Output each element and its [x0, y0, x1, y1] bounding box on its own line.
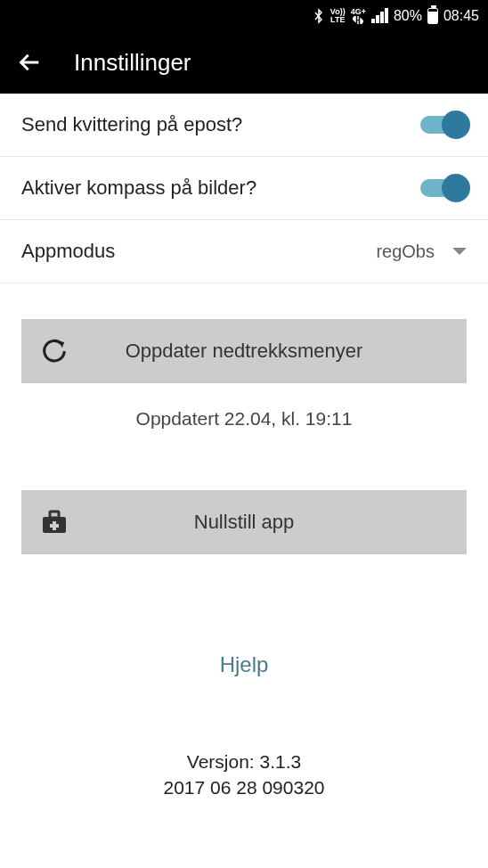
back-icon[interactable] — [18, 50, 43, 75]
setting-label: Appmodus — [21, 240, 115, 263]
setting-label: Send kvittering på epost? — [21, 113, 242, 136]
dropdown-selected: regObs — [376, 242, 435, 262]
version-info: Versjon: 3.1.3 2017 06 28 090320 — [0, 749, 488, 801]
reset-app-button[interactable]: Nullstill app — [21, 490, 467, 554]
app-bar: Innstillinger — [0, 31, 488, 94]
button-label: Nullstill app — [194, 511, 295, 534]
battery-percent: 80% — [394, 8, 422, 24]
medkit-icon — [41, 510, 68, 535]
status-time: 08:45 — [443, 8, 479, 24]
svg-rect-3 — [50, 524, 59, 528]
battery-icon — [427, 8, 438, 24]
compass-toggle[interactable] — [420, 179, 467, 197]
network-indicator: 4G+ — [351, 8, 366, 24]
refresh-icon — [41, 338, 68, 364]
chevron-down-icon — [452, 248, 467, 255]
page-title: Innstillinger — [74, 49, 191, 77]
setting-email-receipt: Send kvittering på epost? — [0, 94, 488, 157]
signal-icon — [371, 8, 388, 23]
setting-appmode[interactable]: Appmodus regObs — [0, 220, 488, 283]
update-dropdowns-button[interactable]: Oppdater nedtrekksmenyer — [21, 319, 467, 383]
button-label: Oppdater nedtrekksmenyer — [126, 340, 363, 363]
build-label: 2017 06 28 090320 — [0, 774, 488, 800]
setting-compass: Aktiver kompass på bilder? — [0, 157, 488, 220]
volte-indicator: Vo)) LTE — [330, 8, 346, 24]
svg-rect-1 — [50, 512, 59, 518]
bluetooth-icon — [313, 7, 325, 25]
help-link[interactable]: Hjelp — [0, 652, 488, 677]
setting-label: Aktiver kompass på bilder? — [21, 176, 256, 200]
last-updated-text: Oppdatert 22.04, kl. 19:11 — [21, 408, 467, 430]
email-receipt-toggle[interactable] — [420, 116, 467, 134]
status-bar: Vo)) LTE 4G+ 80% 08:45 — [0, 0, 488, 31]
settings-content: Send kvittering på epost? Aktiver kompas… — [0, 94, 488, 801]
version-label: Versjon: 3.1.3 — [0, 749, 488, 774]
appmode-dropdown[interactable]: regObs — [376, 242, 467, 262]
